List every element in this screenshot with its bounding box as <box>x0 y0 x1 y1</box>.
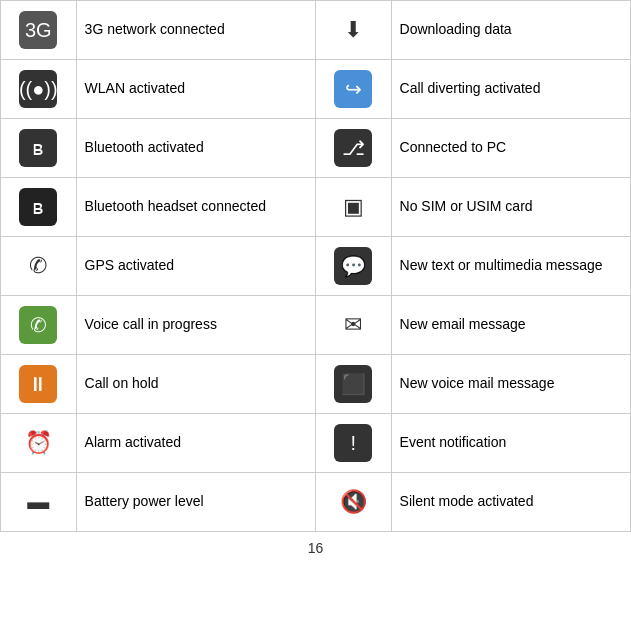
left-label: WLAN activated <box>76 60 315 119</box>
left-label: GPS activated <box>76 237 315 296</box>
right-icon: ↪ <box>334 70 372 108</box>
left-label: 3G network connected <box>76 1 315 60</box>
left-icon: ⏰ <box>19 424 57 462</box>
left-label: Call on hold <box>76 355 315 414</box>
left-label: Voice call in progress <box>76 296 315 355</box>
left-icon-cell: ʙ <box>1 119 77 178</box>
right-icon-cell: ▣ <box>315 178 391 237</box>
left-icon: 3G <box>19 11 57 49</box>
right-label: No SIM or USIM card <box>391 178 630 237</box>
left-icon-cell: 3G <box>1 1 77 60</box>
left-icon: ((●)) <box>19 70 57 108</box>
right-label: New email message <box>391 296 630 355</box>
right-icon: ⬛ <box>334 365 372 403</box>
icon-reference-table: 3G3G network connected⬇Downloading data(… <box>0 0 631 532</box>
right-icon-cell: ✉ <box>315 296 391 355</box>
right-icon-cell: 🔇 <box>315 473 391 532</box>
left-icon: ✆ <box>19 306 57 344</box>
left-icon-cell: ʙ <box>1 178 77 237</box>
right-label: Call diverting activated <box>391 60 630 119</box>
right-icon: 💬 <box>334 247 372 285</box>
right-icon-cell: 💬 <box>315 237 391 296</box>
right-icon: 🔇 <box>334 483 372 521</box>
left-icon-cell: ((●)) <box>1 60 77 119</box>
right-label: Downloading data <box>391 1 630 60</box>
left-label: Bluetooth headset connected <box>76 178 315 237</box>
right-icon: ⬇ <box>334 11 372 49</box>
left-icon-cell: ▬ <box>1 473 77 532</box>
right-icon: ! <box>334 424 372 462</box>
left-label: Battery power level <box>76 473 315 532</box>
left-icon-cell: ✆ <box>1 237 77 296</box>
left-label: Bluetooth activated <box>76 119 315 178</box>
page-number: 16 <box>0 532 631 564</box>
right-icon: ⎇ <box>334 129 372 167</box>
right-icon-cell: ! <box>315 414 391 473</box>
left-label: Alarm activated <box>76 414 315 473</box>
right-label: Connected to PC <box>391 119 630 178</box>
right-icon: ▣ <box>334 188 372 226</box>
left-icon: ▬ <box>19 483 57 521</box>
left-icon: ʙ <box>19 188 57 226</box>
left-icon-cell: ⏰ <box>1 414 77 473</box>
right-icon-cell: ↪ <box>315 60 391 119</box>
right-icon-cell: ⬇ <box>315 1 391 60</box>
right-icon-cell: ⎇ <box>315 119 391 178</box>
right-icon-cell: ⬛ <box>315 355 391 414</box>
right-icon: ✉ <box>334 306 372 344</box>
left-icon-cell: ✆ <box>1 296 77 355</box>
left-icon-cell: ⏸ <box>1 355 77 414</box>
left-icon: ⏸ <box>19 365 57 403</box>
right-label: Silent mode activated <box>391 473 630 532</box>
right-label: New voice mail message <box>391 355 630 414</box>
right-label: Event notification <box>391 414 630 473</box>
left-icon: ✆ <box>19 247 57 285</box>
left-icon: ʙ <box>19 129 57 167</box>
right-label: New text or multimedia message <box>391 237 630 296</box>
